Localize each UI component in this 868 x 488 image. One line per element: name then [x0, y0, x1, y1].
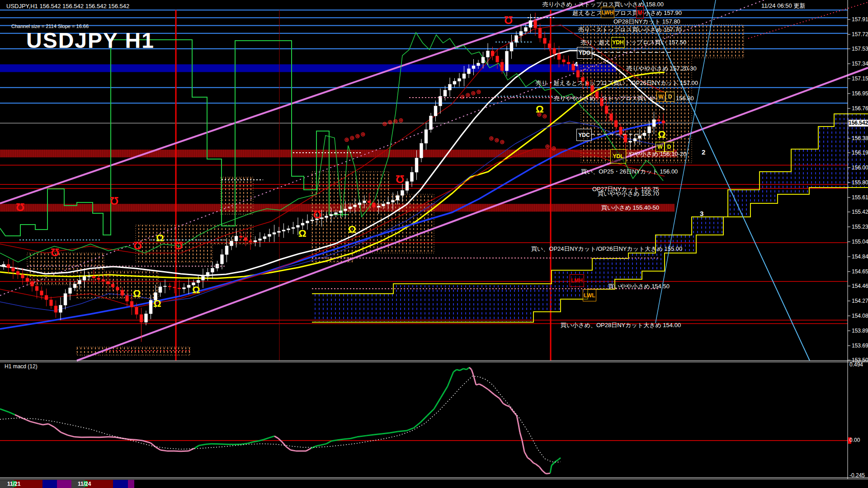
price-axis-label: 155.040 — [852, 239, 868, 245]
sell-alert-icon: Ω — [16, 202, 24, 212]
dotted-level-segment — [528, 17, 556, 18]
omega-signal-icon: Ω — [192, 285, 200, 295]
ring-alert-icon: ◎ — [361, 131, 365, 136]
price-axis-label: 154.465 — [852, 283, 868, 289]
ring-alert-icon: ◎ — [466, 92, 470, 97]
ring-alert-icon: ◎ — [355, 133, 360, 138]
ring-alert-icon: ◎ — [542, 113, 547, 118]
price-axis-label: 156.765 — [852, 106, 868, 112]
dotted-level-segment — [497, 96, 552, 97]
dotted-level-segment — [312, 258, 660, 258]
order-annotation: 超えるとストップロス買い小さめ 157.90 — [572, 9, 682, 16]
price-axis-label: 155.805 — [852, 180, 868, 186]
wave-number-4: 4 — [574, 60, 578, 68]
level-label-box-w: W — [656, 92, 665, 102]
update-timestamp: 11/24 06:50 更新 — [761, 2, 805, 10]
timeline-segment[interactable] — [113, 480, 128, 488]
omega-signal-icon: Ω — [298, 229, 307, 239]
sell-alert-icon: Ω — [110, 195, 118, 206]
dotted-level-segment — [293, 152, 361, 153]
order-annotation: 売りやや小さめ、ストップロス買いやや小 — [554, 95, 667, 102]
macd-axis-label: -0.245 — [849, 473, 865, 479]
sell-alert-icon: Ω — [51, 247, 59, 258]
omega-signal-icon: Ω — [133, 289, 141, 299]
sell-alert-icon: Ω — [313, 209, 321, 220]
timeline-segment[interactable] — [128, 480, 134, 488]
price-axis-label: 157.150 — [852, 76, 868, 82]
dotted-level-segment — [312, 288, 660, 289]
macd-indicator — [0, 367, 851, 474]
price-axis-label: 157.725 — [852, 32, 868, 38]
price-axis-label: 156.380 — [852, 136, 868, 141]
order-annotation: 買い、OP24日NYカット/OP26日NYカット大きめ 155.00 — [531, 245, 682, 252]
timeline-segment[interactable] — [57, 480, 71, 488]
ring-alert-icon: ◎ — [344, 137, 349, 142]
order-annotation: 売りやや小さめ 157.20-30 — [627, 65, 697, 72]
timeline-segment[interactable] — [134, 480, 868, 488]
ring-alert-icon: ◎ — [495, 137, 499, 142]
ring-alert-icon: ◎ — [552, 145, 556, 150]
level-label-box-d: D — [665, 142, 674, 152]
level-label-box-ydo: YDO — [577, 47, 592, 59]
trading-chart-window: USDJPY,H1 156.542 156.542 156.542 156.54… — [0, 0, 868, 488]
chart-canvas[interactable] — [0, 0, 868, 488]
order-annotation: 買い小さめ 155.40-50 — [601, 204, 659, 211]
order-annotation: 買い小さめ、OP28日NYカット大きめ 154.00 — [561, 322, 681, 328]
dotted-level-segment — [222, 179, 263, 180]
level-label-box-lwl: LWL — [583, 289, 596, 301]
dotted-level-segment — [27, 266, 226, 267]
sell-alert-icon: Ω — [174, 240, 183, 251]
watermark-symbol-timeframe: USDJPY H1 — [26, 28, 155, 53]
timeline-date-label: 11/24 — [78, 481, 91, 487]
dotted-level-segment — [19, 239, 102, 240]
omega-signal-icon: Ω — [156, 233, 164, 243]
order-annotation: 買いやや小さめ 155.70 — [598, 190, 659, 197]
ring-alert-icon: ◎ — [382, 121, 387, 126]
ring-alert-icon: ◎ — [460, 94, 465, 99]
ring-alert-icon: ◎ — [476, 89, 481, 94]
ring-alert-icon: ◎ — [537, 112, 542, 117]
ring-alert-icon: ◎ — [388, 119, 392, 124]
ring-alert-icon: ◎ — [393, 118, 398, 123]
price-axis-label: 154.080 — [852, 313, 868, 319]
level-label-box-lmh: LMH — [570, 274, 584, 287]
current-price-tag: 156.542 — [849, 120, 868, 127]
omega-signal-icon: Ω — [658, 130, 666, 140]
macd-pane-label: H1 macd (12) — [5, 363, 38, 370]
order-annotation: トップロス買い 157.50 — [625, 39, 686, 46]
price-axis-label: 153.890 — [852, 328, 868, 334]
ring-alert-icon: ◎ — [500, 139, 505, 144]
dotted-level-segment — [409, 97, 656, 98]
price-axis-label: 157.915 — [852, 17, 868, 23]
level-label-box-w: W — [656, 142, 665, 152]
dotted-level-segment — [151, 239, 225, 240]
price-axis-label: 156.000 — [852, 165, 868, 171]
level-label-box-d: D — [665, 92, 675, 102]
level-label-box-m: M — [636, 6, 644, 19]
order-annotation: OP28日NYカット 157.80 — [613, 18, 680, 25]
price-axis-label: 157.535 — [852, 46, 868, 52]
price-axis-label: 156.190 — [852, 150, 868, 156]
order-annotation: 売り・超え — [581, 39, 611, 46]
symbol-ohlc-title: USDJPY,H1 156.542 156.542 156.542 156.54… — [6, 3, 129, 9]
order-annotation: 売り・ストップロス買い小さめ 157.70 — [578, 26, 681, 33]
level-label-box-lwh: LWH — [601, 7, 614, 18]
omega-signal-icon: Ω — [153, 299, 161, 309]
ring-alert-icon: ◎ — [545, 144, 550, 149]
sell-alert-icon: Ω — [133, 240, 142, 251]
sell-alert-icon: Ω — [504, 14, 513, 25]
ring-alert-icon: ◎ — [399, 117, 403, 122]
wave-number-2: 2 — [702, 148, 705, 156]
price-axis-label: 154.270 — [852, 298, 868, 304]
omega-signal-icon: Ω — [348, 225, 356, 235]
price-axis-label: 154.845 — [852, 254, 868, 260]
price-axis-label: 155.230 — [852, 224, 868, 230]
macd-axis-label: 0.494 — [849, 362, 863, 368]
price-axis-label: 155.425 — [852, 209, 868, 215]
timeline-date-label: 11/21 — [7, 481, 20, 487]
price-axis-label: 156.955 — [852, 91, 868, 97]
macd-axis-label: 0.00 — [849, 437, 860, 443]
ring-alert-icon: ◎ — [350, 135, 354, 140]
timeline-segment[interactable] — [42, 480, 57, 488]
sell-alert-icon: Ω — [396, 174, 404, 184]
